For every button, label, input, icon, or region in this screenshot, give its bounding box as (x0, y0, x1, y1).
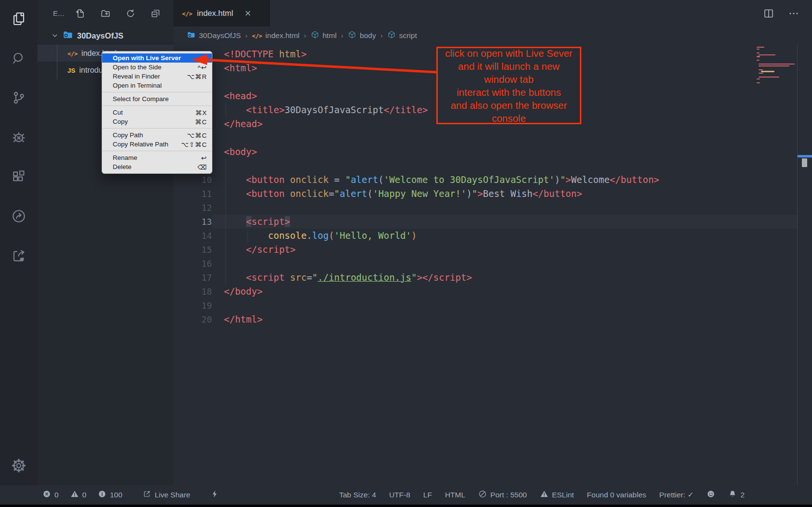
code-line-19[interactable]: 19 (173, 299, 797, 312)
warning-filled-icon (540, 490, 549, 500)
breadcrumb-body[interactable]: body (348, 30, 376, 41)
sidebar-header: E... (38, 0, 173, 26)
activity-search-icon[interactable] (11, 50, 27, 66)
activity-live-share-icon[interactable] (11, 208, 27, 224)
menu-item-rename[interactable]: Rename↩ (102, 153, 212, 162)
breadcrumb-script[interactable]: script (387, 30, 417, 41)
menu-item-open-with-live-server[interactable]: Open with Live Server (102, 53, 212, 63)
status-label: HTML (445, 491, 465, 499)
status-2[interactable]: 2 (728, 490, 745, 500)
code-line-14[interactable]: 14 console.log('Hello, World') (173, 229, 797, 243)
status-right: Tab Size: 4UTF-8LFHTMLPort : 5500ESLintF… (339, 490, 812, 500)
code-line-13[interactable]: 13 <script> (173, 215, 797, 229)
status-label: Prettier: ✓ (659, 491, 694, 499)
chevron-down-icon (51, 32, 59, 39)
status-label: 0 (54, 491, 59, 499)
breadcrumb-separator: › (245, 31, 248, 39)
code-line-16[interactable]: 16 (173, 257, 797, 271)
line-number: 12 (173, 201, 212, 215)
new-file-icon[interactable] (75, 8, 86, 19)
activity-files-icon[interactable] (11, 11, 27, 27)
indent-guide (248, 229, 248, 243)
code-line-11[interactable]: 11 <button onclick="alert('Happy New Yea… (173, 187, 797, 201)
symbol-cube-icon (348, 30, 356, 41)
symbol-cube-icon (387, 30, 396, 41)
status-label: 100 (110, 491, 122, 499)
breadcrumb-html[interactable]: html (311, 30, 337, 41)
annotation-line: interact with the buttons (457, 86, 561, 99)
settings-gear-icon[interactable] (11, 457, 27, 474)
activity-bar (0, 0, 38, 485)
code-line-20[interactable]: 20</html> (173, 312, 797, 326)
code-line-15[interactable]: 15 </script> (173, 243, 797, 257)
more-actions-icon[interactable] (788, 8, 799, 19)
menu-item-open-in-terminal[interactable]: Open in Terminal (102, 81, 212, 90)
status-100[interactable]: 100 (98, 490, 122, 500)
status-label: 0 (82, 491, 87, 499)
tab-index-html[interactable]: </> index.html × (173, 0, 270, 26)
menu-item-open-to-the-side[interactable]: Open to the Side^↩ (102, 63, 212, 72)
status-label: Found 0 variables (587, 491, 646, 499)
menu-item-copy-path[interactable]: Copy Path⌥⌘C (102, 130, 212, 140)
activity-source-control-icon[interactable] (11, 90, 27, 106)
status-0[interactable]: 0 (42, 490, 59, 500)
annotation-box: click on open with Live Severand it will… (436, 47, 581, 124)
status-utf-8[interactable]: UTF-8 (389, 491, 410, 499)
menu-item-copy-relative-path[interactable]: Copy Relative Path⌥⇧⌘C (102, 140, 212, 149)
line-number: 11 (173, 187, 212, 201)
breadcrumb-30DaysOfJS[interactable]: 30DaysOfJS (187, 30, 241, 41)
code-text: console.log('Hello, World') (212, 229, 797, 243)
status-eslint[interactable]: ESLint (540, 490, 574, 500)
status-lightning-icon[interactable] (210, 490, 219, 500)
js-file-icon: JS (67, 66, 76, 75)
breadcrumb-index.html[interactable]: </>index.html (252, 31, 300, 40)
breadcrumb-separator: › (304, 31, 306, 39)
split-editor-icon[interactable] (763, 8, 774, 19)
ruler-cursor-marker (798, 155, 812, 157)
menu-item-reveal-in-finder[interactable]: Reveal in Finder⌥⌘R (102, 72, 212, 81)
status-port-5500[interactable]: Port : 5500 (478, 490, 527, 500)
status-live-share[interactable]: Live Share (143, 490, 190, 500)
refresh-icon[interactable] (125, 8, 136, 19)
bell-icon (728, 490, 737, 500)
menu-item-delete[interactable]: Delete⌫ (102, 162, 212, 171)
indent-guide (225, 215, 226, 229)
code-line-17[interactable]: 17 <script src="./introduction.js"></scr… (173, 271, 797, 285)
collapse-all-icon[interactable] (150, 8, 161, 19)
code-text (212, 131, 797, 145)
code-line-10[interactable]: 10 <button onclick = "alert('Welcome to … (173, 173, 797, 187)
menu-item-select-for-compare[interactable]: Select for Compare (102, 94, 212, 104)
activity-debug-icon[interactable] (11, 129, 27, 145)
code-line-12[interactable]: 12 (173, 201, 797, 215)
tree-root-folder[interactable]: 30DaysOfJS (38, 26, 173, 45)
line-number: 17 (173, 271, 212, 285)
minimap[interactable] (755, 47, 795, 84)
smiley-icon (707, 490, 715, 500)
indent-guide (225, 173, 226, 187)
new-folder-icon[interactable] (100, 8, 111, 19)
code-line-7[interactable]: 7 (173, 131, 797, 145)
status-tab-size-4[interactable]: Tab Size: 4 (339, 491, 376, 499)
status-label: Port : 5500 (490, 491, 527, 499)
menu-separator (103, 105, 211, 106)
menu-shortcut: ↩ (201, 154, 207, 162)
window-bottom-edge (0, 505, 812, 507)
line-number: 10 (173, 173, 212, 187)
status-found-0-variables[interactable]: Found 0 variables (587, 491, 646, 499)
status-html[interactable]: HTML (445, 491, 465, 499)
close-icon[interactable]: × (245, 8, 251, 19)
activity-extensions-icon[interactable] (11, 169, 27, 185)
code-line-18[interactable]: 18</body> (173, 285, 797, 299)
status-0[interactable]: 0 (70, 490, 87, 500)
scrollbar-thumb[interactable] (802, 158, 807, 167)
line-number: 19 (173, 299, 212, 312)
code-line-8[interactable]: 8<body> (173, 145, 797, 159)
status-prettier-[interactable]: Prettier: ✓ (659, 491, 694, 499)
status-lf[interactable]: LF (423, 491, 432, 499)
line-number: 16 (173, 257, 212, 271)
code-line-9[interactable]: 9 (173, 159, 797, 173)
status-smiley-icon[interactable] (707, 490, 715, 500)
activity-publish-icon[interactable] (11, 247, 27, 264)
menu-item-copy[interactable]: Copy⌘C (102, 117, 212, 126)
menu-item-cut[interactable]: Cut⌘X (102, 108, 212, 117)
